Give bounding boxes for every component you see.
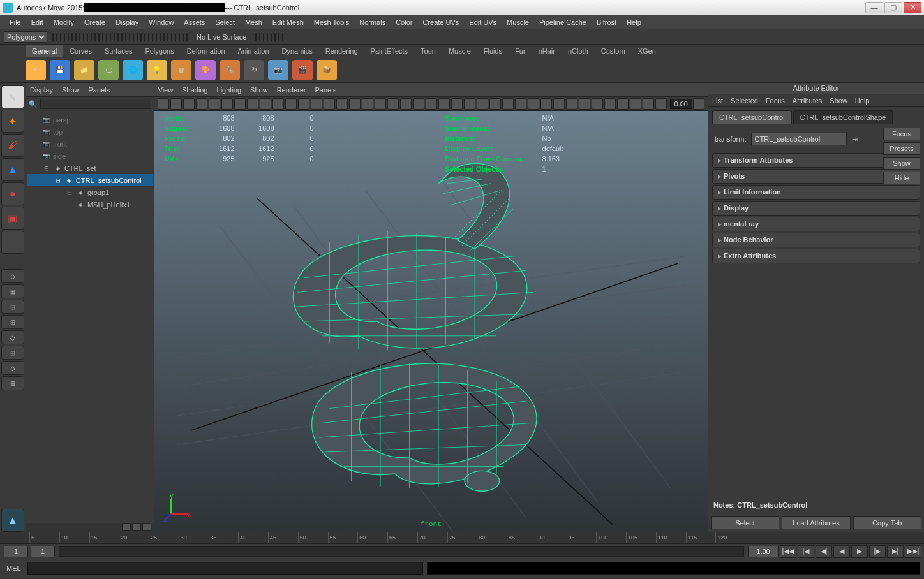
viewport-menu-panels[interactable]: Panels: [315, 86, 337, 94]
status-icon-6[interactable]: [75, 33, 77, 41]
range-track[interactable]: [59, 546, 744, 557]
ae-tab-1[interactable]: CTRL_setsubControlShape: [793, 110, 893, 124]
shelf-icon-7[interactable]: 🎨: [195, 60, 216, 80]
shelf-icon-4[interactable]: 🌐: [123, 60, 143, 80]
shelf-tab-curves[interactable]: Curves: [63, 45, 98, 57]
viewport-icon-last[interactable]: [693, 98, 704, 110]
viewport-icon-4[interactable]: [209, 98, 220, 110]
ae-section-extra-attributes[interactable]: Extra Attributes: [712, 249, 920, 263]
outliner-scrollbar[interactable]: [26, 523, 154, 532]
menu-create[interactable]: Create: [80, 17, 110, 27]
outliner-menu-show[interactable]: Show: [62, 86, 80, 94]
viewport-icon-6[interactable]: [234, 98, 246, 110]
status-icon-11[interactable]: [94, 33, 96, 41]
status-icon-27[interactable]: [156, 33, 157, 41]
menu-window[interactable]: Window: [144, 17, 178, 27]
layout-dope[interactable]: ⊞: [1, 376, 24, 390]
shelf-tab-dynamics[interactable]: Dynamics: [276, 45, 319, 57]
viewport-icon-19[interactable]: [400, 98, 412, 110]
move-tool[interactable]: ▲: [1, 158, 24, 181]
layout-two-h[interactable]: ⊟: [1, 300, 24, 314]
shelf-tab-nhair[interactable]: nHair: [532, 45, 562, 57]
menu-create-uvs[interactable]: Create UVs: [418, 17, 463, 27]
navigate-icon[interactable]: ⇥: [852, 135, 858, 143]
ae-menu-list[interactable]: List: [712, 97, 723, 105]
outliner-menu-panels[interactable]: Panels: [89, 86, 110, 94]
select-tool[interactable]: ⬉: [1, 85, 24, 108]
shelf-icon-1[interactable]: 💾: [50, 60, 70, 80]
playback-button-3[interactable]: ◀: [833, 545, 850, 558]
shelf-icon-11[interactable]: 🎬: [292, 60, 313, 80]
viewport-icon-15[interactable]: [349, 98, 361, 110]
viewport-icon-37[interactable]: [630, 98, 641, 110]
status-icon-21[interactable]: [133, 33, 134, 41]
mode-dropdown[interactable]: Polygons: [4, 31, 47, 43]
layout-hyper[interactable]: ⊞: [1, 346, 24, 360]
viewport-icon-12[interactable]: [311, 98, 322, 110]
ae-section-node-behavior[interactable]: Node Behavior: [712, 233, 920, 247]
status-icon-18[interactable]: [121, 33, 123, 41]
viewport-icon-3[interactable]: [196, 98, 207, 110]
viewport-icon-29[interactable]: [528, 98, 539, 110]
viewport-menu-shading[interactable]: Shading: [182, 86, 207, 94]
ae-section-limit-information[interactable]: Limit Information: [712, 185, 920, 200]
shelf-tab-fur[interactable]: Fur: [509, 45, 532, 57]
status-icon-22[interactable]: [137, 33, 138, 41]
viewport-icon-16[interactable]: [362, 98, 373, 110]
outliner-item-ctrl_set[interactable]: ⊟◈CTRL_set: [27, 162, 153, 174]
status-icon-r1[interactable]: [259, 33, 260, 41]
status-icon-33[interactable]: [179, 33, 180, 41]
viewport-icon-34[interactable]: [592, 98, 603, 110]
status-icon-25[interactable]: [148, 33, 149, 41]
status-icon-2[interactable]: [60, 33, 61, 41]
viewport-icon-0[interactable]: [158, 98, 169, 110]
outliner-item-ctrl_setsubcontrol[interactable]: ⊟◈CTRL_setsubControl: [27, 174, 153, 186]
viewport-canvas[interactable]: Verts:8088080Backfaces:N/AEdges:16081608…: [154, 111, 708, 532]
status-icon-8[interactable]: [83, 33, 84, 41]
status-icon-r0[interactable]: [255, 33, 257, 41]
viewport-icon-23[interactable]: [451, 98, 463, 110]
viewport-icon-24[interactable]: [464, 98, 475, 110]
shelf-icon-3[interactable]: 🖵: [98, 60, 119, 80]
status-icon-r5[interactable]: [274, 33, 276, 41]
viewport-icon-18[interactable]: [387, 98, 399, 110]
ae-action-load-attributes[interactable]: Load Attributes: [782, 516, 850, 529]
ae-section-display[interactable]: Display: [712, 201, 920, 216]
viewport-icon-13[interactable]: [324, 98, 335, 110]
shelf-tab-animation[interactable]: Animation: [232, 45, 276, 57]
status-icon-4[interactable]: [68, 33, 69, 41]
status-icon-14[interactable]: [106, 33, 107, 41]
viewport-icon-28[interactable]: [515, 98, 526, 110]
viewport-icon-35[interactable]: [604, 98, 616, 110]
shelf-tab-fluids[interactable]: Fluids: [477, 45, 509, 57]
paint-select-tool[interactable]: 🖌: [1, 134, 24, 157]
menu-normals[interactable]: Normals: [355, 17, 390, 27]
status-icon-1[interactable]: [56, 33, 57, 41]
viewport-icon-8[interactable]: [260, 98, 271, 110]
menu-mesh-tools[interactable]: Mesh Tools: [309, 17, 354, 27]
status-icon-3[interactable]: [64, 33, 65, 41]
viewport-icon-5[interactable]: [221, 98, 233, 110]
status-icon-r6[interactable]: [278, 33, 279, 41]
viewport-icon-7[interactable]: [247, 98, 258, 110]
playback-button-5[interactable]: |▶: [869, 545, 886, 558]
status-icon-24[interactable]: [144, 33, 145, 41]
viewport-icon-30[interactable]: [540, 98, 552, 110]
close-button[interactable]: ✕: [904, 2, 921, 13]
ae-menu-attributes[interactable]: Attributes: [793, 97, 822, 105]
shelf-tab-polygons[interactable]: Polygons: [138, 45, 180, 57]
ae-menu-selected[interactable]: Selected: [731, 97, 758, 105]
outliner-item-group1[interactable]: ⊟◈group1: [27, 186, 153, 198]
viewport-icon-32[interactable]: [566, 98, 578, 110]
status-icon-r3[interactable]: [267, 33, 268, 41]
menu-pipeline-cache[interactable]: Pipeline Cache: [535, 17, 591, 27]
ae-tab-0[interactable]: CTRL_setsubControl: [712, 110, 792, 124]
command-lang[interactable]: MEL: [4, 564, 24, 572]
viewport-icon-20[interactable]: [413, 98, 424, 110]
shelf-tab-painteffects[interactable]: PaintEffects: [364, 45, 415, 57]
shelf-icon-2[interactable]: 📁: [74, 60, 94, 80]
status-icon-15[interactable]: [110, 33, 111, 41]
command-input[interactable]: [27, 562, 423, 575]
status-icon-16[interactable]: [114, 33, 115, 41]
shelf-tab-xgen[interactable]: XGen: [632, 45, 662, 57]
